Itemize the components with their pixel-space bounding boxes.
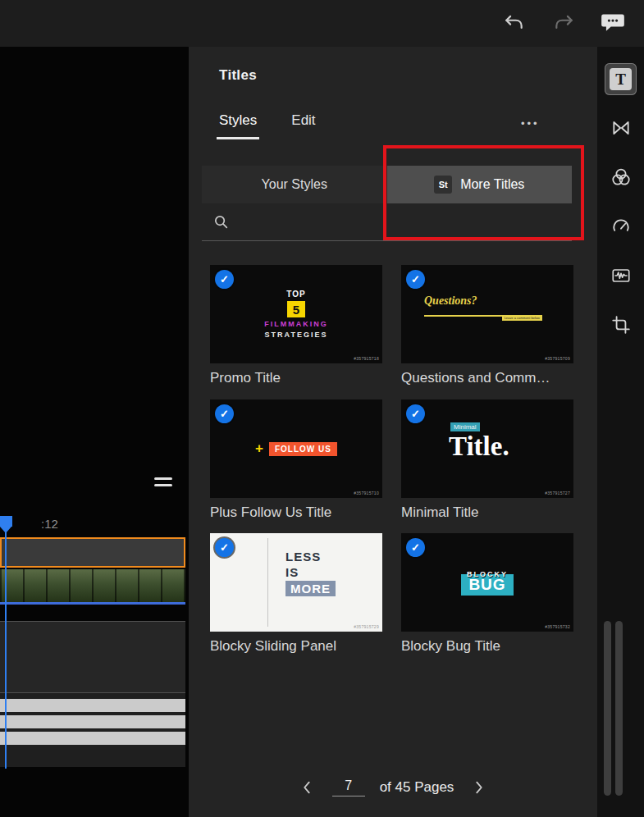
more-titles-label: More Titles bbox=[460, 177, 524, 192]
selected-check-badge[interactable]: ✓ bbox=[215, 404, 234, 423]
blocky-panel-line3: MORE bbox=[285, 581, 336, 596]
search-input[interactable] bbox=[237, 215, 564, 229]
undo-icon[interactable] bbox=[499, 7, 530, 39]
timeline-row bbox=[0, 732, 185, 745]
stock-watermark: #357915709 bbox=[545, 356, 570, 361]
titles-panel: Titles Styles Edit ••• Your Styles St Mo… bbox=[189, 47, 597, 817]
selected-check-badge[interactable]: ✓ bbox=[406, 270, 425, 289]
page-number-input[interactable] bbox=[332, 778, 365, 796]
minimal-text: Title. bbox=[449, 431, 509, 461]
template-name: Blocky Bug Title bbox=[401, 638, 573, 655]
blocky-panel-art: LESS IS MORE bbox=[210, 533, 382, 632]
stock-watermark: #357915710 bbox=[354, 491, 379, 495]
your-styles-label: Your Styles bbox=[262, 177, 327, 192]
title-template-card[interactable]: ✓ + FOLLOW US #357915710 Plus Follow Us … bbox=[210, 399, 382, 521]
title-template-card[interactable]: ✓ Questions? Leave a comment below #3579… bbox=[401, 265, 573, 386]
blocky-bug-art: BLOCKY BUG bbox=[401, 533, 573, 632]
playhead-line bbox=[5, 532, 7, 769]
overflow-menu-icon[interactable]: ••• bbox=[521, 117, 540, 130]
titles-tool-icon[interactable]: T bbox=[605, 63, 637, 95]
questions-underline: Leave a comment below bbox=[424, 315, 542, 317]
scrollbar[interactable] bbox=[604, 621, 611, 796]
panel-title: Titles bbox=[219, 67, 257, 84]
your-styles-button[interactable]: Your Styles bbox=[202, 166, 387, 203]
stock-watermark: #357915718 bbox=[354, 356, 379, 361]
scrollbar[interactable] bbox=[615, 621, 623, 796]
pagination: of 45 Pages bbox=[189, 777, 597, 798]
timeline-row bbox=[0, 715, 185, 728]
timeline-track-block bbox=[0, 621, 185, 693]
page-count-label: of 45 Pages bbox=[380, 779, 454, 796]
questions-text: Questions? bbox=[424, 294, 477, 307]
title-template-card[interactable]: ✓ TOP 5 FILMMAKING STRATEGIES #357915718… bbox=[210, 265, 382, 386]
template-thumbnail: LESS IS MORE ✓ #357915729 bbox=[210, 533, 382, 632]
template-name: Questions and Comm… bbox=[401, 370, 573, 386]
stock-watermark: #357915727 bbox=[545, 491, 570, 495]
promo-line1: FILMMAKING bbox=[264, 320, 328, 328]
blocky-panel-line1: LESS bbox=[285, 550, 321, 564]
template-name: Plus Follow Us Title bbox=[210, 504, 382, 521]
template-name: Minimal Title bbox=[401, 504, 573, 521]
next-page-icon[interactable] bbox=[468, 777, 490, 798]
tab-styles[interactable]: Styles bbox=[219, 112, 257, 139]
panel-tabs: Styles Edit bbox=[219, 112, 316, 139]
audio-tool-icon[interactable] bbox=[605, 259, 637, 291]
promo-line2: STRATEGIES bbox=[265, 331, 328, 339]
timeline-row bbox=[0, 699, 185, 712]
blocky-panel-text: LESS IS MORE bbox=[285, 550, 336, 596]
color-tool-icon[interactable] bbox=[605, 161, 637, 193]
titles-tool-glyph: T bbox=[610, 68, 632, 90]
previous-page-icon[interactable] bbox=[296, 777, 317, 798]
adobe-stock-icon: St bbox=[434, 176, 452, 194]
playhead-marker[interactable] bbox=[0, 516, 12, 527]
selected-check-badge[interactable]: ✓ bbox=[406, 404, 425, 423]
app-window: :12 Titles Styles Edit ••• Your Styles S… bbox=[0, 0, 644, 817]
feedback-bubble-icon[interactable] bbox=[597, 7, 628, 39]
search-icon bbox=[213, 214, 229, 230]
redo-icon[interactable] bbox=[548, 7, 579, 39]
timeline-video-clip[interactable] bbox=[0, 569, 185, 605]
title-template-card[interactable]: ✓ BLOCKY BUG #357915732 Blocky Bug Title bbox=[401, 533, 573, 655]
speed-tool-icon[interactable] bbox=[605, 210, 637, 242]
right-tool-rail: T bbox=[597, 47, 644, 817]
template-thumbnail: ✓ BLOCKY BUG #357915732 bbox=[401, 533, 573, 632]
blocky-panel-line2: IS bbox=[285, 565, 299, 579]
timecode-label: :12 bbox=[41, 517, 58, 531]
template-thumbnail: ✓ + FOLLOW US #357915710 bbox=[210, 399, 382, 498]
top-toolbar bbox=[0, 0, 644, 47]
blocky-panel-divider bbox=[267, 538, 268, 627]
title-template-card[interactable]: ✓ Minimal Title. #357915727 Minimal Titl… bbox=[401, 399, 573, 521]
promo-number: 5 bbox=[287, 301, 305, 317]
minimal-title-art: Minimal Title. bbox=[449, 422, 509, 461]
crop-tool-icon[interactable] bbox=[605, 308, 637, 340]
stock-watermark: #357915729 bbox=[354, 624, 379, 629]
search-bar bbox=[202, 203, 572, 241]
questions-subtext: Leave a comment below bbox=[502, 315, 542, 321]
timeline-area: :12 bbox=[0, 47, 189, 817]
template-name: Promo Title bbox=[210, 370, 382, 386]
title-template-card[interactable]: LESS IS MORE ✓ #357915729 Blocky Sliding… bbox=[210, 533, 382, 655]
template-thumbnail: ✓ Questions? Leave a comment below #3579… bbox=[401, 265, 573, 363]
questions-title-art: Questions? Leave a comment below bbox=[424, 293, 550, 317]
more-titles-button[interactable]: St More Titles bbox=[387, 166, 573, 203]
minimal-tag: Minimal bbox=[450, 422, 480, 431]
blocky-bug-kicker: BLOCKY bbox=[467, 570, 508, 578]
template-name: Blocky Sliding Panel bbox=[210, 638, 382, 655]
promo-title-art: TOP 5 FILMMAKING STRATEGIES bbox=[210, 265, 382, 363]
timeline-clip-selected[interactable] bbox=[0, 537, 185, 568]
tab-edit[interactable]: Edit bbox=[291, 112, 315, 139]
follow-plus: + bbox=[255, 440, 263, 457]
follow-title-art: + FOLLOW US bbox=[210, 399, 382, 498]
selected-check-badge[interactable]: ✓ bbox=[215, 270, 234, 289]
follow-label: FOLLOW US bbox=[269, 442, 337, 456]
template-thumbnail: ✓ Minimal Title. #357915727 bbox=[401, 399, 573, 498]
panel-resize-handle[interactable] bbox=[154, 477, 174, 487]
promo-kicker: TOP bbox=[286, 290, 305, 299]
stock-watermark: #357915732 bbox=[545, 624, 570, 629]
transitions-tool-icon[interactable] bbox=[605, 112, 637, 144]
selected-check-badge[interactable]: ✓ bbox=[406, 538, 425, 557]
selected-check-badge[interactable]: ✓ bbox=[215, 538, 234, 557]
template-thumbnail: ✓ TOP 5 FILMMAKING STRATEGIES #357915718 bbox=[210, 265, 382, 363]
styles-source-toggle: Your Styles St More Titles bbox=[202, 166, 572, 203]
